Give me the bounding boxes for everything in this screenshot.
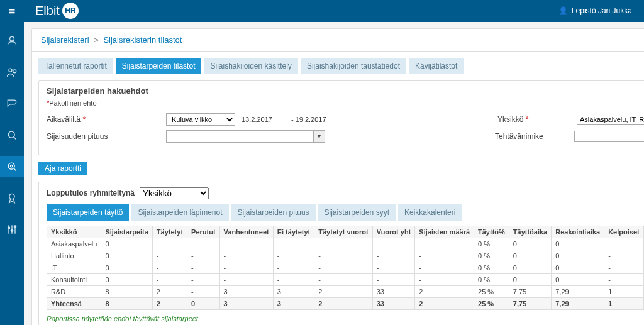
table-cell: - bbox=[314, 250, 372, 262]
table-cell: 25 % bbox=[474, 297, 509, 309]
breadcrumb: Sijaisrekisteri > Sijaisrekisterin tilas… bbox=[32, 29, 644, 52]
table-cell: - bbox=[372, 262, 415, 273]
side-nav: ≡ bbox=[0, 0, 24, 325]
table-header[interactable]: Vanhentuneet bbox=[219, 226, 273, 238]
table-cell: - bbox=[187, 238, 220, 250]
table-cell: 0 bbox=[552, 238, 604, 250]
nav-icon-4[interactable] bbox=[0, 124, 24, 146]
table-header[interactable]: Sijaisten määrä bbox=[415, 226, 474, 238]
table-cell: 33 bbox=[372, 297, 415, 309]
result-tab[interactable]: Sijaistarpeiden täyttö bbox=[47, 204, 129, 221]
table-cell: - bbox=[314, 238, 372, 250]
topbar-user[interactable]: 👤 Lepistö Jari Jukka bbox=[558, 6, 632, 15]
table-cell: 1 bbox=[604, 285, 644, 297]
table-header[interactable]: Kelpoiset bbox=[604, 226, 644, 238]
table-cell: 0 bbox=[101, 238, 152, 250]
main-tab[interactable]: Kävijätilastot bbox=[409, 58, 464, 74]
svg-point-3 bbox=[8, 131, 14, 138]
table-cell: 7,75 bbox=[509, 297, 551, 309]
table-cell: 8 bbox=[101, 297, 152, 309]
unit-input[interactable] bbox=[577, 114, 644, 125]
table-cell: - bbox=[415, 273, 474, 285]
table-cell: 1 bbox=[604, 297, 644, 309]
table-header[interactable]: Täytetyt vuorot bbox=[314, 226, 372, 238]
table-cell: 7,75 bbox=[509, 285, 551, 297]
table-cell: - bbox=[219, 238, 273, 250]
period-select[interactable]: Kuluva viikko bbox=[166, 113, 235, 126]
svg-point-9 bbox=[14, 226, 16, 228]
table-cell: - bbox=[604, 238, 644, 250]
date-from: 13.2.2017 bbox=[242, 116, 272, 123]
length-label: Sijaisuuden pituus bbox=[47, 132, 108, 141]
breadcrumb-current: Sijaisrekisterin tilastot bbox=[103, 35, 182, 45]
table-cell: 0 bbox=[509, 273, 551, 285]
hamburger-icon[interactable]: ≡ bbox=[0, 4, 24, 20]
table-header[interactable]: Ei täytetyt bbox=[273, 226, 314, 238]
result-tab[interactable]: Keikkakalenteri bbox=[398, 204, 462, 221]
length-input[interactable] bbox=[166, 130, 314, 143]
table-cell: 0 % bbox=[474, 273, 509, 285]
run-report-button[interactable]: Aja raportti bbox=[38, 162, 87, 175]
table-row: Hallinto0-------0 %00-00 % bbox=[47, 250, 645, 262]
svg-point-7 bbox=[8, 227, 9, 229]
table-cell: - bbox=[372, 273, 415, 285]
table-cell: - bbox=[604, 250, 644, 262]
table-header[interactable]: Sijaistarpeita bbox=[101, 226, 152, 238]
main-tab[interactable]: Sijaishakijoiden taustatiedot bbox=[301, 58, 406, 74]
table-cell: Konsultointi bbox=[47, 273, 101, 285]
group-label: Lopputulos ryhmiteltynä bbox=[47, 189, 135, 197]
date-to: - 19.2.2017 bbox=[291, 116, 326, 123]
table-cell: - bbox=[415, 238, 474, 250]
table-cell: - bbox=[314, 262, 372, 273]
table-cell: - bbox=[273, 262, 314, 273]
nav-icon-2[interactable] bbox=[0, 62, 24, 83]
nav-icon-5-active[interactable] bbox=[0, 156, 24, 177]
table-cell: 0 bbox=[509, 262, 551, 273]
table-cell: 8 bbox=[101, 285, 152, 297]
table-row: R&D82-33233225 %7,757,291150 % bbox=[47, 285, 645, 297]
table-cell: - bbox=[187, 273, 220, 285]
svg-point-5 bbox=[11, 165, 13, 167]
result-tab[interactable]: Sijaistarpeiden läpimenot bbox=[131, 204, 228, 221]
title-input[interactable] bbox=[574, 131, 644, 142]
main-tab[interactable]: Sijaishakijoiden käsittely bbox=[204, 58, 297, 74]
breadcrumb-link[interactable]: Sijaisrekisteri bbox=[41, 35, 89, 45]
table-cell: 2 bbox=[415, 297, 474, 309]
table-header[interactable]: Täytetyt bbox=[152, 226, 187, 238]
table-cell: 7,29 bbox=[552, 285, 604, 297]
svg-point-1 bbox=[9, 69, 12, 72]
result-tab[interactable]: Sijaistarpeiden pituus bbox=[231, 204, 316, 221]
nav-icon-1[interactable] bbox=[0, 30, 24, 52]
main-tab[interactable]: Sijaistarpeiden tilastot bbox=[116, 58, 202, 74]
table-cell: - bbox=[187, 285, 220, 297]
table-cell: R&D bbox=[47, 285, 101, 297]
table-header[interactable]: Täyttöaika bbox=[509, 226, 551, 238]
result-section: i Lopputulos ryhmiteltynä Yksikkö Sijais… bbox=[38, 182, 644, 325]
table-cell: 0 bbox=[101, 273, 152, 285]
nav-icon-3[interactable] bbox=[0, 93, 24, 114]
table-header[interactable]: Vuorot yht bbox=[372, 226, 415, 238]
table-cell: - bbox=[219, 262, 273, 273]
table-cell: 7,29 bbox=[552, 297, 604, 309]
table-row: Konsultointi0-------0 %00-00 % bbox=[47, 273, 645, 285]
table-cell: 2 bbox=[152, 285, 187, 297]
table-cell: 33 bbox=[372, 285, 415, 297]
table-header[interactable]: Reakointiaika bbox=[552, 226, 604, 238]
search-heading: Sijaistarpeiden hakuehdot bbox=[47, 86, 644, 96]
table-cell: Hallinto bbox=[47, 250, 101, 262]
table-cell: - bbox=[273, 273, 314, 285]
result-note: Raportissa näytetään ehdot täyttävät sij… bbox=[47, 315, 644, 322]
table-header[interactable]: Perutut bbox=[187, 226, 220, 238]
table-header[interactable]: Yksikkö bbox=[47, 226, 101, 238]
length-dropdown-icon[interactable]: ▼ bbox=[314, 130, 325, 143]
nav-icon-7[interactable] bbox=[0, 219, 24, 240]
table-header[interactable]: Täyttö% bbox=[474, 226, 509, 238]
table-cell: 3 bbox=[273, 285, 314, 297]
main-tab[interactable]: Tallennetut raportit bbox=[38, 58, 113, 74]
nav-icon-6[interactable] bbox=[0, 187, 24, 209]
result-tab[interactable]: Sijaistarpeiden syyt bbox=[318, 204, 396, 221]
table-cell: - bbox=[314, 273, 372, 285]
table-cell: 0 bbox=[552, 250, 604, 262]
group-select[interactable]: Yksikkö bbox=[140, 187, 209, 199]
table-cell: - bbox=[152, 273, 187, 285]
